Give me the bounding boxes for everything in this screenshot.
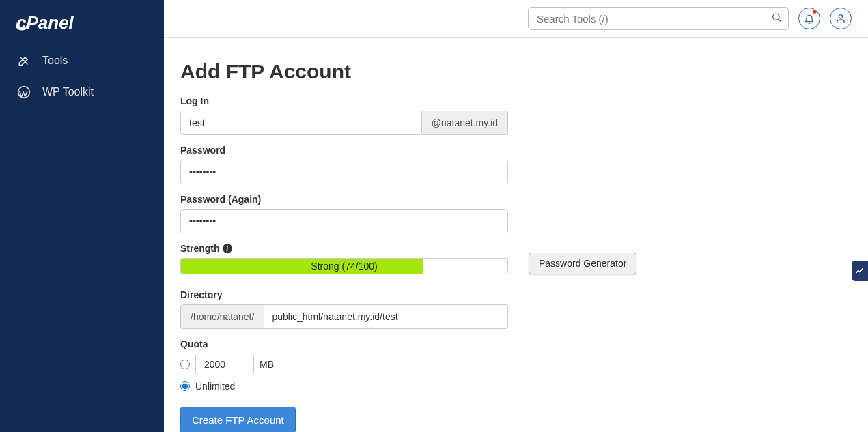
strength-fill bbox=[181, 259, 423, 274]
password-label: Password bbox=[180, 145, 852, 156]
sidebar-item-wp-toolkit[interactable]: WP Toolkit bbox=[0, 76, 164, 108]
tools-icon bbox=[16, 53, 31, 68]
quota-size-radio[interactable] bbox=[180, 360, 190, 369]
directory-input[interactable] bbox=[264, 304, 508, 329]
login-label: Log In bbox=[180, 96, 852, 106]
user-icon bbox=[835, 13, 846, 24]
password-again-label: Password (Again) bbox=[180, 194, 852, 205]
quota-label: Quota bbox=[180, 339, 852, 349]
quota-size-unit: MB bbox=[260, 359, 274, 370]
sidebar: cPanel Tools WP Toolkit bbox=[0, 0, 164, 432]
login-domain-addon: @natanet.my.id bbox=[422, 111, 508, 135]
page-title: Add FTP Account bbox=[180, 60, 852, 83]
search-input[interactable] bbox=[528, 7, 789, 30]
create-ftp-button[interactable]: Create FTP Account bbox=[180, 407, 296, 432]
strength-label: Strength i bbox=[180, 243, 508, 254]
strength-meter: Strong (74/100) bbox=[180, 258, 508, 274]
topbar bbox=[164, 0, 868, 38]
search-icon[interactable] bbox=[771, 12, 782, 25]
directory-label: Directory bbox=[180, 289, 852, 300]
chart-icon bbox=[855, 266, 865, 276]
sidebar-item-label: WP Toolkit bbox=[42, 86, 94, 98]
info-icon[interactable]: i bbox=[223, 244, 232, 253]
sidebar-item-tools[interactable]: Tools bbox=[0, 45, 164, 76]
password-generator-button[interactable]: Password Generator bbox=[529, 253, 636, 274]
cpanel-logo[interactable]: cPanel bbox=[0, 0, 164, 45]
user-menu-button[interactable] bbox=[830, 8, 852, 29]
bell-icon bbox=[804, 13, 815, 24]
password-input[interactable] bbox=[180, 160, 508, 184]
quota-unlimited-radio[interactable] bbox=[180, 381, 190, 391]
quota-unlimited-label: Unlimited bbox=[195, 381, 235, 392]
strength-text: Strong (74/100) bbox=[311, 261, 377, 272]
sidebar-item-label: Tools bbox=[42, 55, 68, 67]
search-wrap bbox=[528, 7, 789, 30]
quota-size-input[interactable] bbox=[195, 354, 254, 375]
password-again-input[interactable] bbox=[180, 209, 508, 233]
svg-point-5 bbox=[839, 15, 842, 18]
svg-line-4 bbox=[779, 19, 781, 21]
wordpress-icon bbox=[16, 85, 31, 100]
notifications-button[interactable] bbox=[798, 8, 820, 29]
directory-prefix: /home/natanet/ bbox=[180, 304, 264, 329]
svg-point-3 bbox=[773, 14, 779, 20]
content: Add FTP Account Log In @natanet.my.id Pa… bbox=[164, 38, 868, 432]
svg-text:cPanel: cPanel bbox=[16, 14, 74, 33]
notification-dot bbox=[812, 9, 817, 14]
stats-tab[interactable] bbox=[852, 261, 868, 281]
login-input[interactable] bbox=[180, 111, 422, 135]
